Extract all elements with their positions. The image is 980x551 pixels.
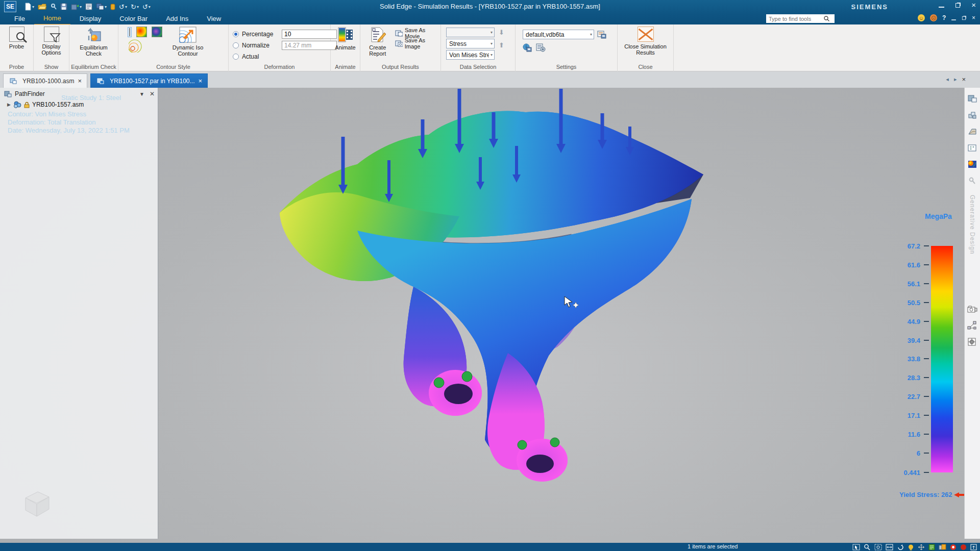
filter-icon [50, 33, 62, 44]
right-toolbar: Generative Design [964, 88, 980, 539]
generative-design-label: Generative Design [969, 195, 976, 271]
tab-scroll-left-icon[interactable]: ◂ [946, 76, 949, 83]
save-settings-icon[interactable] [523, 43, 532, 52]
component-combo[interactable]: Von Mises Stress▾ [446, 50, 495, 60]
tab-close-icon[interactable]: × [78, 77, 82, 85]
tab-file[interactable]: File [5, 13, 34, 24]
simulation-results-icon[interactable] [967, 159, 977, 169]
result-set-combo[interactable]: ▾ [446, 28, 495, 37]
upload-icon[interactable] [970, 544, 977, 550]
tab-display[interactable]: Display [70, 13, 111, 24]
zoom-icon[interactable] [864, 544, 871, 550]
record-dot-icon[interactable] [960, 544, 967, 550]
step-up-icon[interactable]: ⬆ [499, 41, 504, 49]
pathfinder-autohide-icon[interactable]: ▼ [139, 91, 144, 97]
mouse-cursor [564, 296, 581, 310]
smooth-contour-toggle[interactable] [128, 27, 132, 37]
settings-manager-icon[interactable] [536, 43, 546, 52]
animate-button[interactable]: Animate [331, 27, 360, 51]
feedback-sad-icon[interactable]: ☹ [930, 14, 937, 21]
tab-view[interactable]: View [198, 13, 230, 24]
tab-color-bar[interactable]: Color Bar [110, 13, 157, 24]
contour-annotation: Contour: Von Mises Stress [8, 110, 86, 118]
close-button[interactable]: × [971, 2, 976, 8]
save-as-movie-button[interactable]: Save As Movie [395, 29, 440, 37]
normalize-input[interactable] [282, 41, 337, 50]
save-as-image-button[interactable]: Save As Image [395, 39, 440, 47]
dynamic-iso-icon [179, 27, 197, 43]
step-down-icon[interactable]: ⬇ [499, 29, 504, 36]
color-manager-icon[interactable] [908, 544, 914, 550]
legend-tick: 28.3 [891, 373, 929, 382]
parts-library-icon[interactable] [967, 110, 977, 120]
style-combo[interactable]: default,vdb6ta▾ [523, 30, 594, 39]
group-equilibrium-check: Equilibrium Check Equilibrium Check [69, 24, 118, 71]
probe-button[interactable]: Probe [0, 27, 33, 49]
options-panel-icon[interactable] [967, 143, 977, 153]
doc-tab-yrb100-1527[interactable]: YRB100-1527.par in YRB100... × [90, 73, 208, 88]
find-tools-box[interactable] [766, 14, 835, 23]
legend-tick: 6 [891, 449, 929, 457]
link-tool-icon[interactable] [967, 176, 977, 186]
graphics-viewport[interactable]: Static Study 1: Steel Contour: Von Mises… [0, 88, 980, 543]
gear-settings-icon[interactable] [967, 337, 977, 347]
restore-button[interactable] [955, 3, 960, 8]
document-close-icon[interactable]: × [972, 15, 975, 20]
document-icon [97, 78, 104, 84]
sketch-face-icon[interactable] [967, 127, 977, 137]
sheet-icon[interactable] [928, 544, 935, 550]
iso-lines-toggle[interactable] [129, 39, 142, 53]
tab-home[interactable]: Home [34, 13, 70, 25]
legend-tick: 0.441 [891, 468, 929, 477]
legend-tick: 56.1 [891, 280, 929, 288]
select-tool-icon[interactable] [852, 544, 860, 550]
rotate-view-icon[interactable] [897, 544, 904, 550]
tab-close-icon[interactable]: × [199, 77, 203, 85]
zoom-area-icon[interactable] [874, 544, 882, 550]
dynamic-iso-contour-button[interactable]: Dynamic Iso Contour [166, 27, 209, 57]
doc-tab-yrb100-1000[interactable]: YRB100-1000.asm × [3, 73, 87, 88]
legend-tick: 22.7 [891, 392, 929, 400]
fit-view-icon[interactable] [886, 544, 893, 550]
camera-view-icon[interactable] [967, 304, 977, 314]
equilibrium-check-button[interactable]: Equilibrium Check [69, 27, 118, 57]
help-icon[interactable]: ? [942, 14, 946, 21]
legend-unit-label: MegaPa [925, 212, 952, 220]
group-output-results: Create Report Save As Movie Save As Imag… [360, 24, 441, 71]
find-tools-input[interactable] [766, 15, 823, 22]
group-contour-style: Dynamic Iso Contour Contour Style [118, 24, 229, 71]
legend-tick: 33.8 [891, 355, 929, 363]
create-report-button[interactable]: Create Report [363, 27, 392, 57]
expand-arrow-icon[interactable]: ▶ [7, 102, 11, 107]
minimize-button[interactable] [939, 7, 944, 8]
percentage-radio[interactable] [233, 31, 239, 37]
actual-radio[interactable] [233, 54, 239, 60]
pathfinder-item-yrb100-1557[interactable]: ▶ YRB100-1557.asm [7, 101, 158, 108]
mesh-contour-toggle[interactable] [152, 27, 162, 37]
record-icon[interactable] [950, 544, 957, 550]
banded-contour-toggle[interactable] [136, 27, 147, 37]
percentage-input[interactable] [282, 30, 337, 39]
layers-icon[interactable] [939, 544, 946, 550]
pathfinder-panel: PathFinder ▼ ✕ ▶ YRB100-1557.asm [0, 88, 158, 539]
node-graph-icon[interactable] [967, 320, 977, 331]
ribbon-minimize-icon[interactable] [951, 19, 956, 20]
study-annotation: Static Study 1: Steel [61, 94, 121, 102]
pathfinder-close-icon[interactable]: ✕ [150, 90, 155, 97]
legend-tick: 44.9 [891, 317, 929, 325]
display-options-button[interactable]: Display Options [34, 27, 69, 56]
tab-list-close-icon[interactable]: × [962, 76, 966, 83]
result-type-combo[interactable]: Stress▾ [446, 39, 495, 48]
pan-icon[interactable] [918, 544, 925, 550]
tab-add-ins[interactable]: Add Ins [157, 13, 198, 24]
image-icon [395, 40, 403, 47]
ribbon-restore-icon[interactable] [962, 16, 966, 19]
tab-scroll-right-icon[interactable]: ▸ [954, 76, 957, 83]
style-manager-icon[interactable] [597, 31, 606, 39]
close-simulation-results-button[interactable]: Close Simulation Results [618, 27, 673, 56]
pathfinder-icon [4, 91, 12, 97]
primary-window-icon[interactable] [967, 94, 977, 104]
feedback-happy-icon[interactable]: ☺ [918, 14, 925, 21]
normalize-radio[interactable] [233, 42, 239, 48]
legend-tick: 11.6 [891, 430, 929, 438]
